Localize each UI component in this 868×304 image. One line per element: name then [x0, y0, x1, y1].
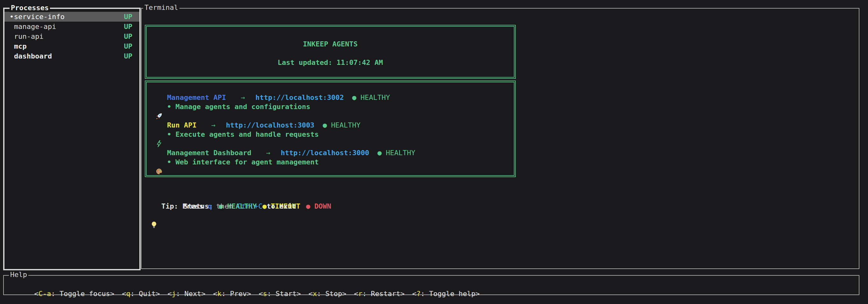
palette-icon [155, 149, 163, 157]
process-row-mcp[interactable]: mcp UP [4, 41, 140, 51]
service-health-label: HEALTHY [386, 148, 415, 158]
shortcut-label: Toggle focus [60, 290, 110, 298]
service-name: Management Dashboard [167, 148, 251, 158]
process-name: manage-api [14, 23, 124, 31]
process-row-service-info[interactable]: • service-info UP [4, 12, 140, 22]
shortcut-key: j [172, 290, 176, 298]
shortcut-label: Stop [325, 290, 342, 298]
banner-box: INKEEP AGENTS Last updated: 11:07:42 AM [145, 25, 516, 79]
shortcut-key: r [358, 290, 363, 298]
rocket-icon [155, 94, 163, 101]
down-dot-icon: ● [306, 202, 310, 210]
legend-down: ●DOWN [306, 202, 331, 210]
health-dot-icon: ● [377, 148, 381, 158]
process-list: • service-info UP manage-api UP run-api … [4, 9, 140, 61]
shortcut-next: <j: Next> [167, 290, 205, 298]
shortcut-key: C-a [38, 290, 51, 298]
service-name: Run API [167, 121, 197, 130]
shortcut-key: q [126, 290, 130, 298]
shortcut-key: s [263, 290, 267, 298]
process-status-badge: UP [124, 42, 133, 50]
tip-key-ctrl-c: Ctrl+C [237, 202, 262, 211]
processes-panel-title: Processes [9, 4, 50, 12]
shortcut-restart: <r: Restart> [354, 290, 405, 298]
tip-text: to exit [262, 202, 296, 211]
arrow-icon: → [211, 121, 215, 130]
service-health-label: HEALTHY [331, 121, 361, 130]
terminal-footer: Status:●HEALTHY●TIMEOUT●DOWN Tip: Press … [150, 192, 331, 211]
process-name: run-api [14, 32, 124, 40]
help-panel: Help <C-a: Toggle focus><q: Quit><j: Nex… [3, 275, 860, 295]
services-box: Management API → http://localhost:3002 ●… [145, 80, 516, 177]
process-status-badge: UP [124, 32, 133, 40]
shortcut-stop: <x: Stop> [308, 290, 346, 298]
terminal-panel-title: Terminal [143, 3, 180, 12]
process-name: dashboard [14, 52, 124, 60]
service-management-dashboard: Management Dashboard → http://localhost:… [155, 148, 514, 167]
shortcut-label: Toggle help [429, 290, 476, 298]
process-status-badge: UP [124, 23, 133, 31]
app-root: Processes • service-info UP manage-api U… [0, 0, 868, 304]
health-dot-icon: ● [323, 121, 327, 130]
shortcut-label: Start [276, 290, 297, 298]
shortcut-quit: <q: Quit> [122, 290, 160, 298]
service-health-label: HEALTHY [361, 93, 390, 102]
processes-panel: Processes • service-info UP manage-api U… [3, 8, 141, 270]
arrow-icon: → [241, 93, 245, 102]
shortcut-label: Quit [139, 290, 156, 298]
shortcut-label: Prev [230, 290, 247, 298]
process-status-badge: UP [124, 13, 133, 21]
service-description: • Web interface for agent management [155, 158, 514, 167]
service-run-api: Run API → http://localhost:3003 ● HEALTH… [155, 121, 514, 139]
banner-last-updated: Last updated: 11:07:42 AM [147, 58, 514, 67]
process-row-run-api[interactable]: run-api UP [4, 32, 140, 41]
help-shortcuts: <C-a: Toggle focus><q: Quit><j: Next><k:… [4, 276, 859, 304]
shortcut-key: k [217, 290, 221, 298]
service-management-api: Management API → http://localhost:3002 ●… [155, 93, 514, 111]
shortcut-label: Next [184, 290, 201, 298]
process-status-badge: UP [124, 52, 133, 60]
banner-heading: INKEEP AGENTS [147, 39, 514, 49]
shortcut-key: x [313, 290, 317, 298]
process-row-manage-api[interactable]: manage-api UP [4, 22, 140, 32]
tip-key-q: q [208, 202, 212, 211]
tip-text: Tip: Press [161, 202, 208, 211]
shortcut-label: Restart [371, 290, 401, 298]
shortcut-toggle-help: <?: Toggle help> [412, 290, 480, 298]
service-name: Management API [167, 93, 226, 102]
banner-spacer [147, 49, 514, 58]
arrow-icon: → [266, 148, 270, 158]
shortcut-key: ? [416, 290, 421, 298]
process-name: mcp [14, 42, 124, 50]
service-url[interactable]: http://localhost:3003 [226, 121, 314, 130]
service-description: • Manage agents and configurations [155, 102, 514, 111]
service-description: • Execute agents and handle requests [155, 130, 514, 139]
service-url[interactable]: http://localhost:3002 [255, 93, 344, 102]
bolt-icon [155, 122, 163, 129]
shortcut-toggle-focus: <C-a: Toggle focus> [34, 290, 114, 298]
terminal-panel: Terminal INKEEP AGENTS Last updated: 11:… [141, 8, 860, 269]
bulb-icon [150, 203, 158, 210]
service-url[interactable]: http://localhost:3000 [281, 148, 369, 158]
status-legend: Status:●HEALTHY●TIMEOUT●DOWN [150, 192, 331, 202]
selected-bullet: • [9, 13, 14, 21]
help-panel-title: Help [9, 271, 28, 279]
shortcut-start: <s: Start> [259, 290, 301, 298]
process-row-dashboard[interactable]: dashboard UP [4, 51, 140, 61]
process-name: service-info [14, 13, 124, 21]
tip-text: then [212, 202, 237, 211]
shortcut-prev: <k: Prev> [213, 290, 251, 298]
health-dot-icon: ● [352, 93, 356, 102]
